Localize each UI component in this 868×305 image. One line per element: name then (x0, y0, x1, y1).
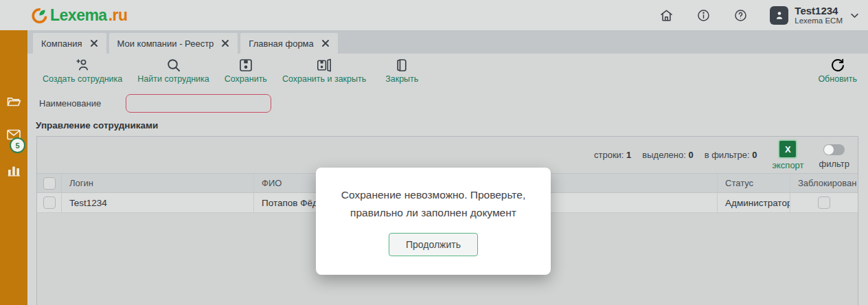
toolbar-label: Создать сотрудника (43, 74, 122, 84)
sidebar-item-documents[interactable] (5, 93, 22, 110)
toggle-off-icon[interactable] (823, 144, 845, 155)
blocked-checkbox[interactable] (818, 196, 830, 209)
tab-strip: Компания Мои компании - Реестр Главная ф… (27, 30, 868, 54)
create-employee-button[interactable]: Создать сотрудника (43, 57, 122, 84)
save-and-close-button[interactable]: Сохранить и закрыть (282, 57, 366, 84)
avatar (770, 6, 788, 25)
close-icon[interactable] (90, 39, 98, 47)
row-status-cell: Администратор (717, 193, 790, 212)
toolbar-label: Закрыть (385, 74, 418, 84)
folder-open-icon (5, 93, 22, 110)
tab-label: Главная форма (249, 38, 313, 49)
user-org: Lexema ECM (795, 16, 843, 25)
close-form-button[interactable]: Закрыть (381, 57, 422, 84)
home-icon[interactable] (657, 6, 675, 24)
brand-name: Lexema (50, 6, 107, 25)
selected-count: выделено: 0 (642, 150, 693, 160)
app-header: Lexema.ru (0, 0, 868, 30)
filter-label: фильтр (819, 159, 849, 169)
save-button[interactable]: Сохранить (225, 57, 267, 84)
continue-button[interactable]: Продолжить (389, 233, 478, 256)
toolbar-label: Найти сотрудника (137, 74, 209, 84)
refresh-icon (830, 57, 846, 74)
messages-count-badge: 5 (10, 137, 25, 153)
tab-label: Мои компании - Реестр (117, 38, 214, 49)
bar-chart-icon (5, 162, 22, 179)
column-header-status[interactable]: Статус (717, 174, 790, 192)
select-all-checkbox[interactable] (43, 177, 56, 190)
toolbar-label: Сохранить и закрыть (282, 74, 366, 84)
brand-suffix: .ru (108, 6, 128, 25)
brand-logo-icon (30, 6, 49, 25)
person-add-icon (74, 57, 91, 74)
header-actions: Test1234 Lexema ECM (638, 0, 860, 30)
export-label: экспорт (772, 160, 803, 170)
app-window: Lexema.ru (0, 0, 868, 305)
close-icon[interactable] (321, 39, 330, 47)
chevron-down-icon[interactable] (849, 10, 860, 21)
user-name: Test1234 (795, 5, 843, 16)
refresh-button[interactable]: Обновить (818, 57, 857, 84)
column-header-login[interactable]: Логин (61, 174, 253, 192)
rows-count: строки: 1 (594, 150, 631, 160)
toolbar-label: Обновить (818, 74, 857, 84)
toolbar-label: Сохранить (225, 74, 267, 84)
sidebar-item-reports[interactable] (5, 162, 22, 179)
export-button[interactable]: X экспорт (772, 139, 803, 170)
user-menu[interactable]: Test1234 Lexema ECM (770, 5, 860, 25)
save-icon (238, 57, 254, 74)
row-select-checkbox[interactable] (43, 196, 56, 209)
column-header-blocked[interactable]: Заблокирован (790, 174, 858, 192)
info-icon[interactable] (694, 6, 712, 24)
row-login-cell: Test1234 (61, 193, 253, 212)
sidebar: 5 (0, 30, 27, 305)
door-icon (393, 57, 410, 74)
section-title: Управление сотрудниками (36, 120, 158, 131)
tab-label: Компания (41, 38, 82, 49)
dialog-message: Сохранение невозможно. Проверьте, правил… (316, 186, 551, 222)
tab-my-companies-registry[interactable]: Мои компании - Реестр (109, 33, 238, 54)
row-blocked-cell (790, 193, 858, 212)
name-input[interactable] (126, 94, 271, 113)
search-icon (165, 57, 182, 74)
user-names: Test1234 Lexema ECM (795, 5, 843, 25)
toolbar: Создать сотрудника Найти сотрудника Сохр… (27, 54, 868, 87)
filtered-count: в фильтре: 0 (705, 150, 757, 160)
name-form-row: Наименование (39, 89, 271, 117)
brand-logo[interactable]: Lexema.ru (30, 6, 128, 25)
tab-main-form[interactable]: Главная форма (240, 33, 337, 54)
save-and-close-icon (316, 57, 332, 74)
name-field-label: Наименование (39, 98, 101, 109)
save-error-dialog: Сохранение невозможно. Проверьте, правил… (316, 168, 551, 275)
find-employee-button[interactable]: Найти сотрудника (137, 57, 209, 84)
filter-toggle[interactable]: фильтр (819, 141, 849, 169)
select-all-cell (37, 174, 61, 192)
row-select-cell (37, 193, 61, 212)
close-icon[interactable] (221, 39, 229, 47)
tab-company[interactable]: Компания (33, 33, 106, 54)
help-icon[interactable] (731, 6, 749, 24)
excel-icon: X (778, 139, 797, 159)
